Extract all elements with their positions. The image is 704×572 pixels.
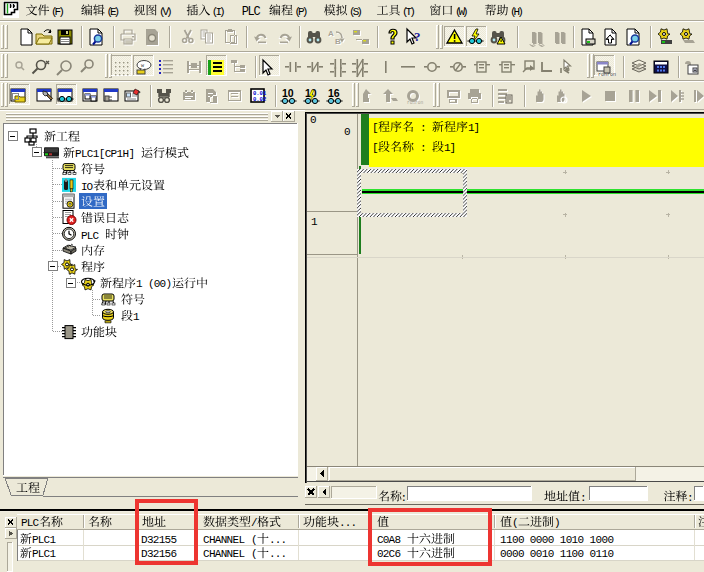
svg-text:CHANNEL: CHANNEL <box>203 534 245 546</box>
svg-text:...: ... <box>339 517 357 529</box>
svg-text:0: 0 <box>310 114 317 126</box>
svg-text:...: ... <box>269 534 287 546</box>
svg-text:1100 0000 1010 1000: 1100 0000 1010 1000 <box>500 534 614 546</box>
svg-text:(I): (I) <box>212 6 226 18</box>
svg-text::: : <box>420 122 427 134</box>
svg-text:PLC: PLC <box>21 517 39 529</box>
svg-text:(: ( <box>512 517 519 529</box>
svg-text:PLC: PLC <box>81 230 99 242</box>
svg-text:B: B <box>335 37 341 46</box>
svg-text:0.02: 0.02 <box>253 96 266 103</box>
svg-text:PLC: PLC <box>242 5 261 19</box>
svg-text:...: ... <box>269 548 287 560</box>
svg-text:IO: IO <box>81 181 93 193</box>
svg-text:1]: 1] <box>468 122 480 134</box>
svg-text:ronron: ronron <box>598 72 616 78</box>
svg-text:?: ? <box>414 29 421 44</box>
svg-text:(S): (S) <box>349 6 363 18</box>
svg-text:[: [ <box>372 142 379 154</box>
svg-text:(T): (T) <box>402 6 416 18</box>
svg-text:1]: 1] <box>444 142 456 154</box>
svg-text:/: / <box>251 517 258 529</box>
svg-text:D32156: D32156 <box>141 548 177 560</box>
svg-text:PLC1: PLC1 <box>32 534 56 546</box>
svg-text:(V): (V) <box>159 6 173 18</box>
svg-text:(E): (E) <box>106 6 120 18</box>
svg-text::: : <box>401 492 408 504</box>
svg-text:PLC1[CP1H]: PLC1[CP1H] <box>75 148 135 160</box>
svg-text:1: 1 <box>311 216 318 228</box>
svg-text:(00): (00) <box>148 278 172 290</box>
svg-text:CHANNEL: CHANNEL <box>203 548 245 560</box>
svg-text:): ) <box>554 517 561 529</box>
svg-text:PLC1: PLC1 <box>32 548 56 560</box>
svg-text:D32155: D32155 <box>141 534 177 546</box>
svg-text:w: w <box>141 63 144 69</box>
svg-text:0: 0 <box>344 126 351 138</box>
svg-text::: : <box>687 492 694 504</box>
svg-text:16: 16 <box>328 87 340 99</box>
svg-text:(: ( <box>251 548 258 560</box>
svg-text:0000 0010 1100 0110: 0000 0010 1100 0110 <box>500 548 614 560</box>
svg-text:[: [ <box>372 122 379 134</box>
svg-text:10: 10 <box>282 87 294 99</box>
svg-text:1: 1 <box>133 311 140 323</box>
svg-text::: : <box>420 142 427 154</box>
svg-text:1: 1 <box>136 278 143 290</box>
svg-text:(W): (W) <box>455 6 469 18</box>
svg-text:(F): (F) <box>51 6 65 18</box>
svg-text:ronron: ronron <box>407 100 424 105</box>
svg-text:(H): (H) <box>510 6 524 18</box>
svg-text:A: A <box>328 29 334 38</box>
svg-text:(P): (P) <box>295 6 309 18</box>
svg-text:02C6: 02C6 <box>377 548 401 560</box>
svg-text::: : <box>580 492 587 504</box>
svg-text:(: ( <box>251 534 258 546</box>
svg-text:C0A8: C0A8 <box>377 534 401 546</box>
